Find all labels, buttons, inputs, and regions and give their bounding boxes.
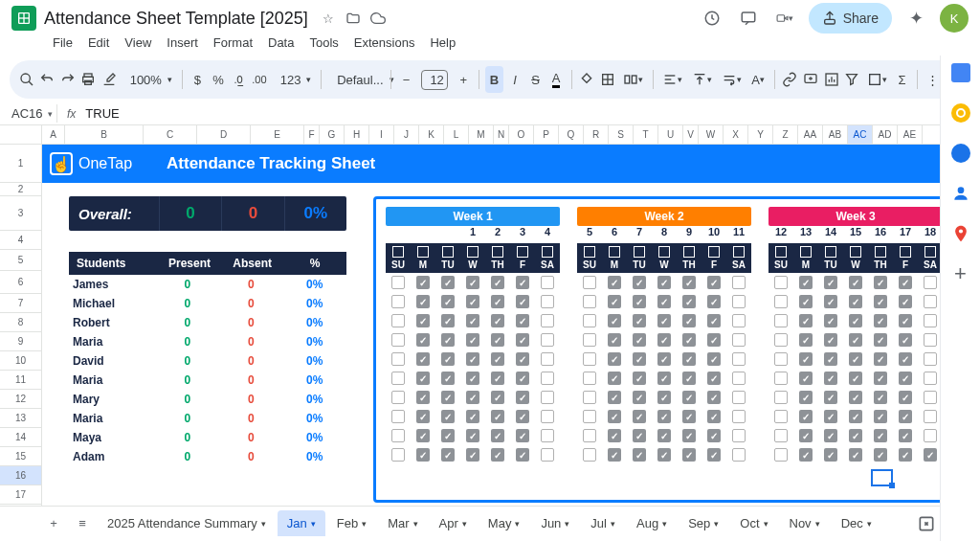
attendance-checkbox[interactable] — [510, 410, 535, 423]
attendance-checkbox[interactable] — [677, 295, 702, 308]
currency-icon[interactable]: $ — [189, 66, 208, 93]
attendance-checkbox[interactable] — [768, 410, 793, 423]
attendance-checkbox[interactable] — [627, 448, 652, 462]
attendance-checkbox[interactable] — [677, 333, 702, 347]
attendance-checkbox[interactable] — [843, 333, 868, 347]
attendance-checkbox[interactable] — [768, 352, 793, 366]
font-inc-icon[interactable]: + — [454, 66, 473, 93]
attendance-checkbox[interactable] — [818, 352, 843, 366]
bold-icon[interactable]: B — [485, 66, 504, 93]
attendance-checkbox[interactable] — [535, 429, 560, 442]
sheet-tab[interactable]: Jul▾ — [581, 510, 625, 536]
rotate-dropdown[interactable]: A▾ — [747, 73, 768, 87]
menu-view[interactable]: View — [118, 33, 158, 53]
attendance-checkbox[interactable] — [627, 372, 652, 385]
sheet-tab[interactable]: Apr▾ — [430, 510, 477, 536]
attendance-checkbox[interactable] — [868, 276, 893, 289]
attendance-checkbox[interactable] — [726, 429, 751, 442]
attendance-checkbox[interactable] — [435, 410, 460, 423]
attendance-checkbox[interactable] — [677, 429, 702, 442]
attendance-checkbox[interactable] — [460, 314, 485, 327]
attendance-checkbox[interactable] — [793, 352, 818, 366]
attendance-checkbox[interactable] — [411, 333, 435, 347]
attendance-checkbox[interactable] — [793, 429, 818, 442]
attendance-checkbox[interactable] — [652, 372, 677, 385]
link-icon[interactable] — [781, 66, 800, 93]
attendance-checkbox[interactable] — [893, 314, 918, 327]
menu-insert[interactable]: Insert — [160, 33, 205, 53]
attendance-checkbox[interactable] — [386, 295, 411, 308]
table-view-dropdown[interactable]: ▾ — [863, 72, 891, 87]
attendance-checkbox[interactable] — [726, 352, 751, 366]
menu-help[interactable]: Help — [423, 33, 462, 53]
attendance-checkbox[interactable] — [411, 372, 435, 385]
student-row[interactable]: Adam000% — [69, 447, 346, 466]
attendance-checkbox[interactable] — [627, 314, 652, 327]
attendance-checkbox[interactable] — [702, 314, 726, 327]
gemini-icon[interactable]: ✦ — [907, 10, 924, 27]
attendance-checkbox[interactable] — [411, 295, 435, 308]
contacts-app-icon[interactable] — [951, 184, 970, 203]
attendance-checkbox[interactable] — [702, 429, 726, 442]
attendance-checkbox[interactable] — [435, 276, 460, 289]
attendance-checkbox[interactable] — [768, 372, 793, 385]
attendance-checkbox[interactable] — [577, 352, 602, 366]
attendance-checkbox[interactable] — [460, 295, 485, 308]
strike-icon[interactable]: S — [526, 66, 546, 93]
attendance-checkbox[interactable] — [602, 333, 627, 347]
attendance-checkbox[interactable] — [652, 276, 677, 289]
attendance-checkbox[interactable] — [677, 352, 702, 366]
sheet-tab[interactable]: Jan▾ — [278, 510, 325, 536]
attendance-checkbox[interactable] — [386, 391, 411, 404]
doc-title[interactable]: Attendance Sheet Template [2025] — [44, 9, 308, 29]
attendance-checkbox[interactable] — [386, 333, 411, 347]
attendance-checkbox[interactable] — [627, 295, 652, 308]
attendance-checkbox[interactable] — [893, 352, 918, 366]
attendance-checkbox[interactable] — [535, 448, 560, 462]
sheet-tab[interactable]: Jun▾ — [531, 510, 579, 536]
attendance-checkbox[interactable] — [411, 429, 435, 442]
sheets-logo[interactable] — [11, 6, 36, 31]
attendance-checkbox[interactable] — [818, 314, 843, 327]
attendance-checkbox[interactable] — [843, 352, 868, 366]
attendance-checkbox[interactable] — [435, 314, 460, 327]
sheet-tab[interactable]: Aug▾ — [627, 510, 677, 536]
student-row[interactable]: Maria000% — [69, 332, 346, 351]
attendance-checkbox[interactable] — [868, 410, 893, 423]
attendance-checkbox[interactable] — [652, 448, 677, 462]
print-icon[interactable] — [79, 66, 99, 93]
attendance-checkbox[interactable] — [435, 372, 460, 385]
percent-icon[interactable]: % — [209, 66, 228, 93]
student-row[interactable]: Maya000% — [69, 428, 346, 447]
attendance-checkbox[interactable] — [510, 295, 535, 308]
attendance-checkbox[interactable] — [627, 429, 652, 442]
attendance-checkbox[interactable] — [460, 333, 485, 347]
attendance-checkbox[interactable] — [702, 333, 726, 347]
attendance-checkbox[interactable] — [460, 372, 485, 385]
tasks-app-icon[interactable] — [951, 144, 970, 163]
attendance-checkbox[interactable] — [435, 391, 460, 404]
attendance-checkbox[interactable] — [726, 295, 751, 308]
attendance-checkbox[interactable] — [460, 391, 485, 404]
formula-input[interactable]: TRUE — [85, 106, 119, 121]
attendance-checkbox[interactable] — [460, 429, 485, 442]
fill-color-icon[interactable] — [578, 66, 597, 93]
student-row[interactable]: David000% — [69, 351, 346, 371]
attendance-checkbox[interactable] — [386, 429, 411, 442]
attendance-checkbox[interactable] — [535, 410, 560, 423]
font-dec-icon[interactable]: − — [397, 66, 416, 93]
attendance-checkbox[interactable] — [818, 410, 843, 423]
attendance-checkbox[interactable] — [485, 429, 510, 442]
attendance-checkbox[interactable] — [602, 276, 627, 289]
attendance-checkbox[interactable] — [485, 410, 510, 423]
attendance-checkbox[interactable] — [535, 352, 560, 366]
attendance-checkbox[interactable] — [535, 333, 560, 347]
attendance-checkbox[interactable] — [843, 372, 868, 385]
attendance-checkbox[interactable] — [893, 391, 918, 404]
attendance-checkbox[interactable] — [535, 391, 560, 404]
attendance-checkbox[interactable] — [535, 314, 560, 327]
borders-icon[interactable] — [598, 66, 617, 93]
attendance-checkbox[interactable] — [627, 391, 652, 404]
text-color-icon[interactable]: A — [546, 66, 566, 93]
attendance-checkbox[interactable] — [535, 372, 560, 385]
